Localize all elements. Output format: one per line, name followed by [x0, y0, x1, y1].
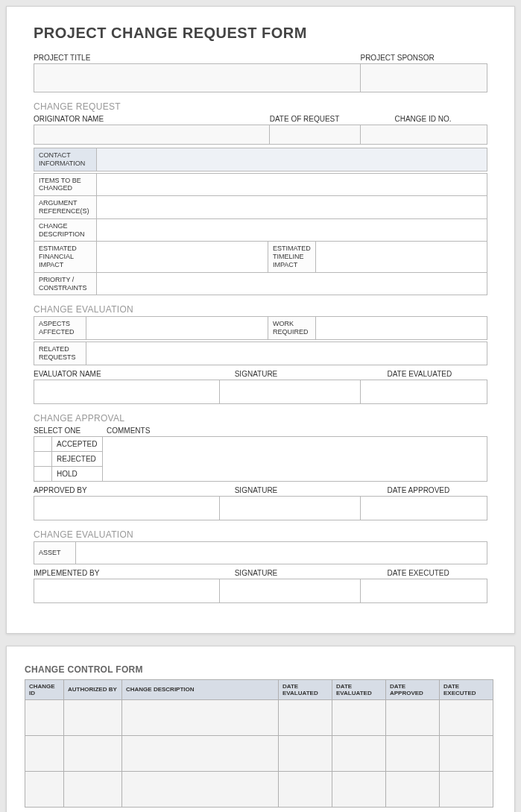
accepted-label: ACCEPTED [52, 436, 103, 451]
originator-input[interactable] [34, 125, 270, 145]
approval-signature-label: SIGNATURE [220, 485, 361, 496]
project-title-label: PROJECT TITLE [34, 52, 360, 63]
cell-date-executed[interactable] [440, 699, 493, 735]
contact-info-input[interactable] [97, 148, 487, 171]
approved-sign-labels: APPROVED BY SIGNATURE DATE APPROVED [34, 485, 487, 496]
cell-date-executed[interactable] [440, 771, 493, 807]
cell-change-desc[interactable] [122, 735, 279, 771]
cell-date-approved[interactable] [386, 735, 440, 771]
implemented-by-input[interactable] [34, 579, 220, 602]
rejected-checkbox[interactable] [34, 451, 52, 466]
comments-input[interactable] [103, 436, 487, 481]
top-input-table [34, 63, 487, 92]
contact-info-label: CONTACT INFORMATION [34, 148, 97, 171]
date-executed-input[interactable] [360, 579, 487, 602]
cell-authorized-by[interactable] [64, 735, 122, 771]
cell-authorized-by[interactable] [64, 771, 122, 807]
date-request-input[interactable] [270, 125, 361, 145]
est-financial-input[interactable] [97, 242, 268, 272]
form-title: PROJECT CHANGE REQUEST FORM [34, 25, 487, 42]
change-request-heading: CHANGE REQUEST [34, 101, 487, 112]
page-2: CHANGE CONTROL FORM CHANGE ID AUTHORIZED… [6, 646, 515, 812]
table-row [25, 735, 493, 771]
impl-sign-labels: IMPLEMENTED BY SIGNATURE DATE EXECUTED [34, 567, 487, 579]
approval-signature-input[interactable] [220, 496, 360, 520]
eval-signature-input[interactable] [220, 380, 360, 403]
page-1: PROJECT CHANGE REQUEST FORM PROJECT TITL… [6, 6, 515, 634]
date-approved-label: DATE APPROVED [360, 485, 487, 496]
approved-by-label: APPROVED BY [34, 485, 220, 496]
comments-label: COMMENTS [107, 425, 487, 436]
cell-date-eval1[interactable] [279, 771, 332, 807]
cell-date-eval2[interactable] [332, 699, 386, 735]
change-eval2-heading: CHANGE EVALUATION [34, 529, 487, 540]
header-date-eval2: DATE EVALUATED [332, 679, 386, 699]
change-approval-heading: CHANGE APPROVAL [34, 413, 487, 424]
date-eval-input[interactable] [360, 380, 487, 403]
accepted-checkbox[interactable] [34, 436, 52, 451]
eval-signature-label: SIGNATURE [220, 368, 361, 380]
header-date-executed: DATE EXECUTED [440, 679, 493, 699]
originator-label: ORIGINATOR NAME [34, 113, 270, 125]
cell-date-eval2[interactable] [332, 771, 386, 807]
cell-change-desc[interactable] [122, 699, 279, 735]
cell-authorized-by[interactable] [64, 699, 122, 735]
hold-label: HOLD [52, 466, 103, 481]
aspects-input[interactable] [86, 317, 268, 340]
eval-rows-table: ASPECTS AFFECTED WORK REQUIRED [34, 316, 487, 340]
select-one-label: SELECT ONE [34, 425, 107, 436]
approval-labels: SELECT ONE COMMENTS [34, 425, 487, 436]
control-table: CHANGE ID AUTHORIZED BY CHANGE DESCRIPTI… [25, 679, 493, 808]
control-form-title: CHANGE CONTROL FORM [25, 664, 493, 675]
header-change-desc: CHANGE DESCRIPTION [122, 679, 279, 699]
argument-ref-input[interactable] [97, 196, 487, 219]
asset-table: ASSET [34, 541, 487, 564]
approved-by-input[interactable] [34, 496, 220, 520]
asset-label: ASSET [34, 541, 76, 564]
date-eval-label: DATE EVALUATED [360, 368, 487, 380]
date-executed-label: DATE EXECUTED [360, 567, 487, 579]
cell-change-desc[interactable] [122, 771, 279, 807]
top-labels: PROJECT TITLE PROJECT SPONSOR [34, 52, 487, 63]
items-changed-input[interactable] [97, 173, 487, 196]
cell-date-eval2[interactable] [332, 735, 386, 771]
est-financial-label: ESTIMATED FINANCIAL IMPACT [34, 242, 97, 272]
approved-sign-table [34, 496, 487, 520]
date-approved-input[interactable] [360, 496, 487, 520]
hold-checkbox[interactable] [34, 466, 52, 481]
change-id-input[interactable] [360, 125, 487, 145]
impl-signature-label: SIGNATURE [220, 567, 361, 579]
project-sponsor-input[interactable] [360, 64, 487, 92]
cell-change-id[interactable] [25, 699, 64, 735]
cell-date-eval1[interactable] [279, 699, 332, 735]
impl-signature-input[interactable] [220, 579, 360, 602]
evaluator-input[interactable] [34, 380, 220, 403]
impl-sign-table [34, 579, 487, 603]
priority-label: PRIORITY / CONSTRAINTS [34, 272, 97, 295]
eval-sign-labels: EVALUATOR NAME SIGNATURE DATE EVALUATED [34, 368, 487, 380]
est-timeline-input[interactable] [315, 242, 487, 272]
implemented-by-label: IMPLEMENTED BY [34, 567, 220, 579]
cell-date-approved[interactable] [386, 699, 440, 735]
cell-date-eval1[interactable] [279, 735, 332, 771]
header-date-eval1: DATE EVALUATED [279, 679, 332, 699]
change-eval-heading: CHANGE EVALUATION [34, 304, 487, 315]
work-required-input[interactable] [316, 317, 487, 340]
eval-sign-table [34, 380, 487, 404]
rejected-label: REJECTED [52, 451, 103, 466]
asset-input[interactable] [76, 541, 487, 564]
cr-input-table [34, 125, 487, 145]
cell-change-id[interactable] [25, 735, 64, 771]
change-desc-label: CHANGE DESCRIPTION [34, 218, 97, 242]
project-title-input[interactable] [34, 64, 361, 92]
aspects-label: ASPECTS AFFECTED [34, 317, 86, 340]
cr-rows-table: ITEMS TO BE CHANGED ARGUMENT REFERENCE(S… [34, 173, 487, 296]
header-change-id: CHANGE ID [25, 679, 64, 699]
related-input[interactable] [86, 342, 487, 365]
cell-date-executed[interactable] [440, 735, 493, 771]
cell-change-id[interactable] [25, 771, 64, 807]
change-desc-input[interactable] [97, 218, 487, 242]
project-sponsor-label: PROJECT SPONSOR [360, 52, 487, 63]
priority-input[interactable] [97, 272, 487, 295]
cell-date-approved[interactable] [386, 771, 440, 807]
